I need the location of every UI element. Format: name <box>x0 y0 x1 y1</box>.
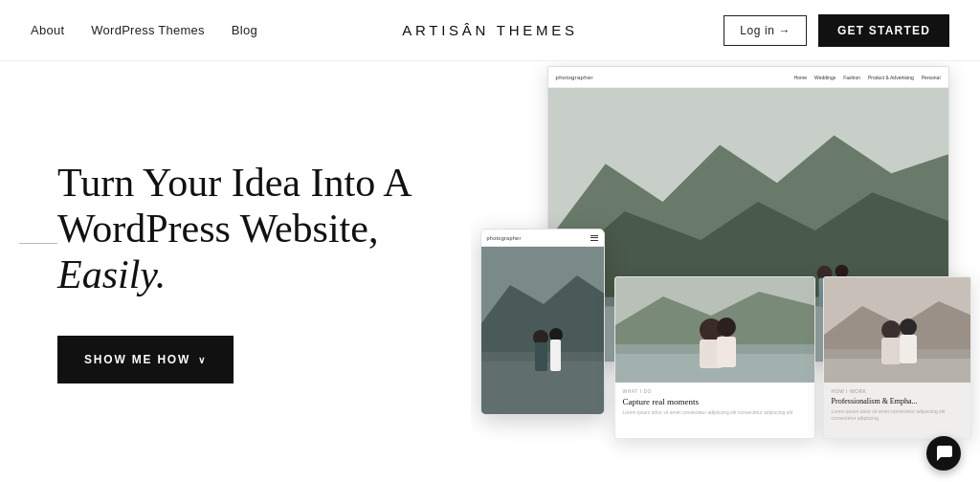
card1-desc: Lorem ipsum dolor sit amet consectetur a… <box>623 409 807 416</box>
card2-tag: HOW I WORK <box>832 388 963 394</box>
nav-right: Log in → GET STARTED <box>724 14 949 47</box>
mock-nav-personal: Personal <box>922 75 941 80</box>
card-mockup-2: HOW I WORK Professionalism & Empha... Lo… <box>823 276 971 439</box>
cta-label: SHOW ME HOW <box>84 353 190 366</box>
nav-link-about[interactable]: About <box>31 23 64 37</box>
headline-italic: Easily. <box>57 252 166 296</box>
card2-image <box>824 277 970 383</box>
site-logo[interactable]: ARTISÂN THEMES <box>402 22 578 38</box>
card1-title: Capture real moments <box>623 397 807 406</box>
mock-nav-links: Home Weddings Fashion Product & Advertis… <box>794 75 941 80</box>
login-button[interactable]: Log in → <box>724 15 807 46</box>
card2-content: HOW I WORK Professionalism & Empha... Lo… <box>824 383 970 427</box>
mock-nav-home: Home <box>794 75 807 80</box>
card2-title: Professionalism & Empha... <box>832 397 963 405</box>
hero-headline: Turn Your Idea Into A WordPress Website,… <box>57 160 423 298</box>
nav-link-themes[interactable]: WordPress Themes <box>91 23 205 37</box>
svg-point-26 <box>881 320 901 340</box>
mock-nav-fashion: Fashion <box>843 75 860 80</box>
svg-rect-13 <box>535 342 547 371</box>
nav-left: About WordPress Themes Blog <box>31 23 257 37</box>
decorative-line <box>19 243 57 244</box>
mobile-mockup: photographer <box>480 229 605 415</box>
mock-desktop-nav: photographer Home Weddings Fashion Produ… <box>548 67 948 88</box>
headline-line1: Turn Your Idea Into A <box>57 161 412 205</box>
hero-left: Turn Your Idea Into A WordPress Website,… <box>0 61 471 482</box>
nav-center: ARTISÂN THEMES <box>402 22 578 39</box>
headline-line2: WordPress Website, <box>57 207 378 251</box>
hero-section: Turn Your Idea Into A WordPress Website,… <box>0 61 980 482</box>
mock-nav-product: Product & Advertising <box>868 75 914 80</box>
svg-point-14 <box>549 328 563 341</box>
mock-brand: photographer <box>556 75 593 80</box>
svg-rect-29 <box>900 335 917 363</box>
chat-icon <box>935 446 952 461</box>
svg-rect-22 <box>717 337 736 367</box>
show-me-how-button[interactable]: SHOW ME HOW ∨ <box>57 336 234 383</box>
card-mockup-1: WHAT I DO Capture real moments Lorem ips… <box>614 276 815 439</box>
card1-image <box>615 277 814 383</box>
card1-content: WHAT I DO Capture real moments Lorem ips… <box>615 383 814 422</box>
hamburger-icon <box>590 235 598 241</box>
mock-mobile-nav: photographer <box>481 230 604 247</box>
card1-tag: WHAT I DO <box>623 388 807 394</box>
mock-mobile-image <box>481 247 604 414</box>
mock-nav-weddings: Weddings <box>814 75 835 80</box>
navigation: About WordPress Themes Blog ARTISÂN THEM… <box>0 0 980 61</box>
hero-right: photographer Home Weddings Fashion Produ… <box>471 61 980 482</box>
chevron-down-icon: ∨ <box>198 355 207 365</box>
get-started-button[interactable]: GET STARTED <box>818 14 949 47</box>
svg-rect-15 <box>550 340 561 371</box>
svg-rect-27 <box>881 338 901 364</box>
chat-bubble-button[interactable] <box>926 436 961 471</box>
card2-desc: Lorem ipsum dolor sit amet consectetur a… <box>832 408 963 422</box>
svg-point-28 <box>900 318 917 336</box>
svg-point-21 <box>717 318 736 337</box>
mob-brand: photographer <box>487 235 522 241</box>
nav-link-blog[interactable]: Blog <box>232 23 257 37</box>
